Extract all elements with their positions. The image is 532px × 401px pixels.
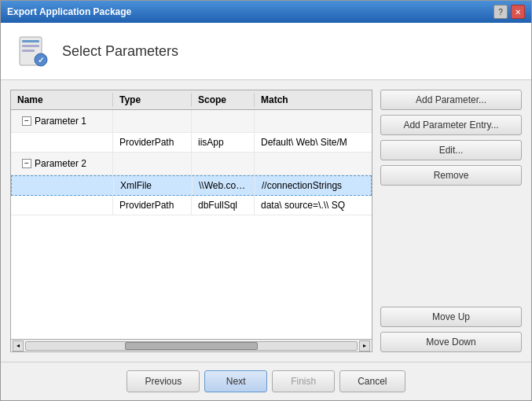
table-header: Name Type Scope Match <box>11 90 372 110</box>
table-row[interactable]: ProviderPath dbFullSql data\ source=\.\\… <box>11 196 372 215</box>
help-button[interactable]: ? <box>493 5 508 19</box>
header: ✓ Select Parameters <box>1 23 531 80</box>
horizontal-scrollbar[interactable]: ◂ ▸ <box>11 339 372 351</box>
window-title: Export Application Package <box>7 6 131 17</box>
edit-button[interactable]: Edit... <box>380 140 522 160</box>
remove-button[interactable]: Remove <box>380 165 522 186</box>
table-body[interactable]: − Parameter 1 ProviderPath iisApp Defaul… <box>11 110 372 339</box>
table-row[interactable]: − Parameter 1 <box>11 110 372 133</box>
page-title: Select Parameters <box>62 43 178 60</box>
move-down-button[interactable]: Move Down <box>380 332 522 352</box>
table-row[interactable]: − Parameter 2 <box>11 153 372 175</box>
scrollbar-track[interactable] <box>25 341 358 351</box>
svg-rect-2 <box>22 45 39 47</box>
title-bar-controls: ? ✕ <box>493 5 525 19</box>
col-scope: Scope <box>192 93 255 107</box>
scroll-left-button[interactable]: ◂ <box>13 340 24 351</box>
previous-button[interactable]: Previous <box>127 370 200 392</box>
table-row[interactable]: XmlFile \\Web.confi... //connectionStrin… <box>11 175 372 196</box>
col-match: Match <box>255 93 372 107</box>
col-name: Name <box>11 93 113 107</box>
next-button[interactable]: Next <box>204 370 267 392</box>
scroll-right-button[interactable]: ▸ <box>359 340 370 351</box>
scrollbar-thumb[interactable] <box>125 342 257 350</box>
collapse-icon-2[interactable]: − <box>22 159 31 168</box>
main-window: Export Application Package ? ✕ ✓ Select … <box>0 0 532 401</box>
group-name-2: − Parameter 2 <box>11 153 113 175</box>
svg-rect-3 <box>22 50 35 52</box>
header-icon: ✓ <box>13 32 51 70</box>
col-type: Type <box>113 93 192 107</box>
close-button[interactable]: ✕ <box>511 5 525 19</box>
collapse-icon-1[interactable]: − <box>22 116 31 126</box>
move-up-button[interactable]: Move Up <box>380 307 522 327</box>
action-buttons: Add Parameter... Add Parameter Entry... … <box>380 90 522 352</box>
group-name-1: − Parameter 1 <box>11 110 113 132</box>
table-row[interactable]: ProviderPath iisApp Default\ Web\ Site/M <box>11 133 372 153</box>
add-parameter-button[interactable]: Add Parameter... <box>380 90 522 110</box>
parameters-table: Name Type Scope Match − Parameter 1 <box>10 90 372 352</box>
finish-button[interactable]: Finish <box>272 370 335 392</box>
add-parameter-entry-button[interactable]: Add Parameter Entry... <box>380 115 522 135</box>
content-area: Name Type Scope Match − Parameter 1 <box>1 80 531 362</box>
svg-text:✓: ✓ <box>38 56 44 64</box>
title-bar: Export Application Package ? ✕ <box>1 1 531 23</box>
cancel-button[interactable]: Cancel <box>339 370 405 392</box>
footer: Previous Next Finish Cancel <box>1 362 531 400</box>
svg-rect-1 <box>22 40 39 42</box>
